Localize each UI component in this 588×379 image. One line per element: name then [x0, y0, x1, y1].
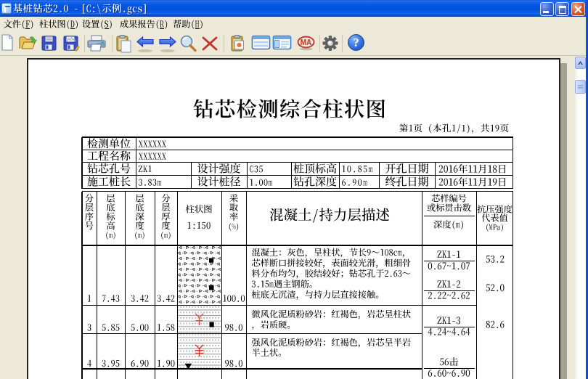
svg-text:MA: MA — [301, 38, 312, 46]
svg-text:?: ? — [354, 36, 359, 49]
